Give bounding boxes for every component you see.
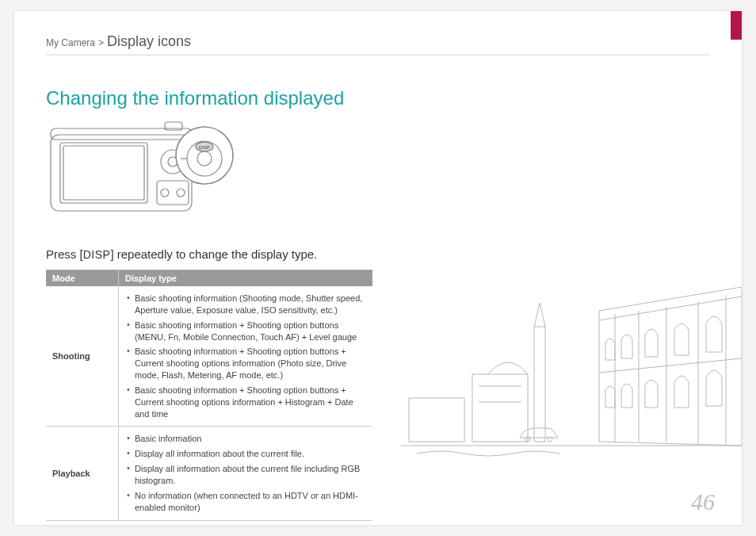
svg-rect-3 bbox=[63, 146, 144, 200]
page: My Camera > Display icons Changing the i… bbox=[0, 0, 756, 536]
table-cell-mode: Shooting bbox=[46, 286, 119, 426]
svg-point-29 bbox=[525, 437, 530, 442]
svg-rect-17 bbox=[409, 398, 464, 442]
table-cell-body: Basic shooting information (Shooting mod… bbox=[119, 286, 372, 426]
table-cell-mode: Playback bbox=[46, 427, 119, 519]
page-title: Changing the information displayed bbox=[46, 87, 344, 109]
table-header-mode: Mode bbox=[46, 270, 119, 286]
svg-rect-18 bbox=[472, 374, 528, 442]
instruction-text: Press [DISP] repeatedly to change the di… bbox=[46, 247, 317, 261]
svg-point-9 bbox=[177, 189, 185, 197]
header-divider bbox=[46, 54, 710, 56]
list-item: No information (when connected to an HDT… bbox=[125, 488, 369, 515]
list-item: Basic shooting information (Shooting mod… bbox=[125, 291, 369, 318]
table-header: Mode Display type bbox=[46, 270, 372, 286]
table-row: Playback Basic information Display all i… bbox=[46, 427, 372, 520]
breadcrumb-section: My Camera bbox=[46, 37, 95, 48]
svg-rect-21 bbox=[534, 327, 545, 442]
camera-svg: DISP bbox=[46, 116, 244, 227]
table-header-display-type: Display type bbox=[119, 270, 372, 286]
list-item: Display all information about the curren… bbox=[125, 461, 369, 488]
svg-line-28 bbox=[599, 297, 742, 320]
svg-rect-2 bbox=[60, 143, 147, 203]
list-item: Basic shooting information + Shooting op… bbox=[125, 318, 369, 345]
list-item: Basic shooting information + Shooting op… bbox=[125, 383, 369, 422]
page-inner: My Camera > Display icons Changing the i… bbox=[14, 11, 742, 525]
display-type-table: Mode Display type Shooting Basic shootin… bbox=[46, 270, 372, 521]
breadcrumb-page: Display icons bbox=[107, 33, 191, 50]
breadcrumb-separator: > bbox=[98, 37, 104, 48]
svg-point-30 bbox=[548, 437, 552, 442]
instruction-pre: Press [ bbox=[46, 247, 83, 261]
disp-button-label: DISP bbox=[199, 145, 210, 150]
header: My Camera > Display icons bbox=[14, 11, 742, 65]
svg-line-27 bbox=[599, 358, 742, 373]
city-svg bbox=[401, 279, 742, 477]
list-item: Basic shooting information + Shooting op… bbox=[125, 344, 369, 383]
table-cell-body: Basic information Display all informatio… bbox=[119, 427, 372, 519]
disp-key-icon: DISP bbox=[83, 248, 111, 261]
svg-rect-7 bbox=[157, 181, 189, 205]
camera-illustration: DISP bbox=[46, 116, 244, 227]
city-illustration bbox=[401, 279, 742, 477]
breadcrumb: My Camera > Display icons bbox=[46, 33, 191, 50]
list-item: Basic information bbox=[125, 431, 369, 446]
table-row: Shooting Basic shooting information (Sho… bbox=[46, 286, 372, 427]
list-item: Display all information about the curren… bbox=[125, 446, 369, 461]
svg-point-8 bbox=[161, 189, 169, 197]
instruction-post: ] repeatedly to change the display type. bbox=[110, 247, 317, 261]
page-number: 46 bbox=[691, 488, 715, 515]
